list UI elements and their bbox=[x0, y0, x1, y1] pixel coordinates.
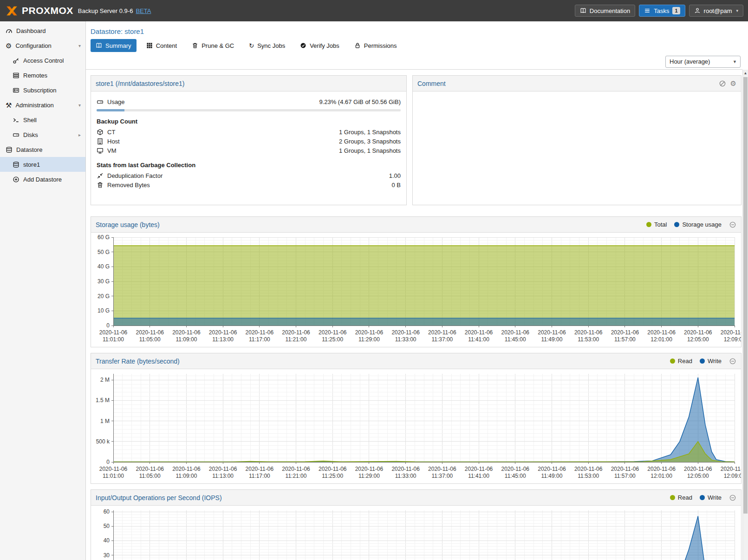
svg-text:2020-11-06: 2020-11-06 bbox=[319, 466, 347, 472]
svg-text:11:37:00: 11:37:00 bbox=[431, 336, 453, 343]
datastore-summary-panel: store1 (/mnt/datastores/store1) Usage 9.… bbox=[91, 75, 407, 205]
iops-chart: 01020304050602020-11-0611:01:002020-11-0… bbox=[91, 506, 741, 560]
compress-icon bbox=[97, 172, 104, 179]
scrollbar-thumb[interactable] bbox=[743, 77, 748, 514]
sidebar-item-shell[interactable]: Shell bbox=[0, 112, 85, 127]
vertical-scrollbar[interactable]: ▲ bbox=[742, 70, 748, 560]
svg-text:11:57:00: 11:57:00 bbox=[614, 336, 636, 343]
svg-text:50: 50 bbox=[104, 523, 110, 529]
svg-text:11:33:00: 11:33:00 bbox=[395, 336, 416, 343]
caret-down-icon: ▾ bbox=[736, 8, 738, 13]
scroll-up-arrow-icon[interactable]: ▲ bbox=[743, 70, 748, 76]
svg-text:11:41:00: 11:41:00 bbox=[468, 336, 489, 343]
grid-icon bbox=[146, 42, 153, 49]
svg-text:50 G: 50 G bbox=[98, 249, 110, 255]
page-title: Datastore: store1 bbox=[91, 27, 144, 35]
legend-dot bbox=[700, 358, 705, 364]
timeframe-select[interactable]: Hour (average) ▼ bbox=[665, 56, 741, 68]
caret-down-icon[interactable]: ▾ bbox=[78, 43, 83, 48]
svg-text:2020-11-06: 2020-11-06 bbox=[136, 466, 164, 472]
svg-text:12:05:00: 12:05:00 bbox=[687, 336, 709, 343]
svg-text:2020-11-06: 2020-11-06 bbox=[501, 329, 530, 336]
sidebar-item-administration[interactable]: ⚒ Administration ▾ bbox=[0, 98, 85, 112]
svg-text:2 M: 2 M bbox=[100, 377, 110, 383]
documentation-button[interactable]: Documentation bbox=[575, 5, 635, 17]
svg-text:10 G: 10 G bbox=[98, 307, 110, 314]
svg-text:2020-11-06: 2020-11-06 bbox=[465, 329, 493, 336]
key-icon bbox=[13, 57, 20, 64]
svg-text:11:53:00: 11:53:00 bbox=[578, 473, 599, 479]
svg-text:2020-11-06: 2020-11-06 bbox=[136, 329, 164, 336]
sidebar-item-store1[interactable]: store1 bbox=[0, 157, 85, 172]
caret-right-icon[interactable]: ▸ bbox=[78, 132, 83, 137]
svg-text:2020-11-06: 2020-11-06 bbox=[99, 466, 128, 472]
legend-read: Read bbox=[670, 358, 692, 365]
tab-permissions[interactable]: Permissions bbox=[349, 39, 402, 52]
transfer-rate-chart: 0500 k1 M1.5 M2 M2020-11-0611:01:002020-… bbox=[91, 369, 741, 483]
svg-text:11:49:00: 11:49:00 bbox=[541, 473, 563, 479]
tasks-button[interactable]: Tasks 1 bbox=[639, 5, 685, 17]
ct-row: CT 1 Groups, 1 Snapshots bbox=[97, 128, 401, 137]
panel-title: Input/Output Operations per Second (IOPS… bbox=[96, 494, 222, 501]
iops-panel: Input/Output Operations per Second (IOPS… bbox=[91, 489, 741, 560]
panels-area: store1 (/mnt/datastores/store1) Usage 9.… bbox=[86, 70, 742, 560]
sync-icon: ↻ bbox=[249, 43, 254, 49]
sidebar-item-dashboard[interactable]: Dashboard bbox=[0, 23, 85, 38]
brand-text: PROXMOX bbox=[22, 5, 73, 16]
user-icon bbox=[694, 7, 701, 14]
svg-text:2020-11-06: 2020-11-06 bbox=[428, 329, 456, 336]
svg-text:2020-11-06: 2020-11-06 bbox=[355, 329, 384, 336]
gc-stats-heading: Stats from last Garbage Collection bbox=[97, 162, 401, 169]
svg-text:11:13:00: 11:13:00 bbox=[212, 336, 234, 343]
cube-icon bbox=[97, 129, 104, 136]
user-menu-button[interactable]: root@pam ▾ bbox=[689, 5, 743, 17]
sidebar-item-access-control[interactable]: Access Control bbox=[0, 53, 85, 68]
backup-count-heading: Backup Count bbox=[97, 118, 401, 125]
tab-summary[interactable]: Summary bbox=[91, 39, 137, 52]
svg-text:2020-11-06: 2020-11-06 bbox=[172, 329, 201, 336]
tab-content[interactable]: Content bbox=[141, 39, 182, 52]
legend-dot bbox=[670, 495, 675, 500]
database-icon bbox=[13, 161, 20, 168]
sidebar-item-disks[interactable]: Disks ▸ bbox=[0, 127, 85, 142]
beta-link[interactable]: BETA bbox=[136, 7, 151, 14]
svg-text:11:37:00: 11:37:00 bbox=[431, 473, 453, 479]
svg-text:2020-11-06: 2020-11-06 bbox=[574, 466, 603, 472]
sidebar: Dashboard ⚙ Configuration ▾ Access Contr… bbox=[0, 21, 86, 560]
circle-slash-icon[interactable] bbox=[719, 80, 726, 87]
sidebar-item-configuration[interactable]: ⚙ Configuration ▾ bbox=[0, 38, 85, 53]
legend-dot bbox=[670, 358, 675, 364]
svg-text:11:29:00: 11:29:00 bbox=[358, 473, 380, 479]
svg-text:11:45:00: 11:45:00 bbox=[505, 473, 526, 479]
sidebar-item-remotes[interactable]: Remotes bbox=[0, 68, 85, 83]
storage-usage-panel: Storage usage (bytes) Total Storage usag… bbox=[91, 216, 741, 347]
sidebar-item-subscription[interactable]: Subscription bbox=[0, 83, 85, 98]
svg-text:11:53:00: 11:53:00 bbox=[578, 336, 599, 343]
gear-icon[interactable]: ⚙ bbox=[730, 80, 736, 87]
book-icon bbox=[96, 42, 102, 49]
tab-verify-jobs[interactable]: Verify Jobs bbox=[295, 39, 345, 52]
legend-dot bbox=[674, 222, 679, 227]
tab-prune-gc[interactable]: Prune & GC bbox=[187, 39, 239, 52]
svg-text:2020-11-06: 2020-11-06 bbox=[721, 329, 741, 336]
svg-text:2020-11-06: 2020-11-06 bbox=[684, 329, 712, 336]
building-icon bbox=[97, 138, 104, 145]
sidebar-item-add-datastore[interactable]: Add Datastore bbox=[0, 172, 85, 187]
gear-icon: ⚙ bbox=[6, 42, 12, 49]
tab-sync-jobs[interactable]: ↻ Sync Jobs bbox=[244, 39, 290, 52]
sidebar-item-datastore[interactable]: Datastore bbox=[0, 142, 85, 157]
caret-down-icon[interactable]: ▾ bbox=[78, 103, 83, 108]
transfer-rate-panel: Transfer Rate (bytes/second) Read Write … bbox=[91, 353, 741, 484]
legend-write: Write bbox=[700, 358, 722, 365]
host-row: Host 2 Groups, 3 Snapshots bbox=[97, 137, 401, 146]
hdd-icon bbox=[13, 131, 20, 138]
svg-text:30 G: 30 G bbox=[98, 278, 110, 285]
content-area: Datastore: store1 Summary Content Prune … bbox=[86, 21, 742, 560]
summary-toolbar: Hour (average) ▼ bbox=[86, 54, 742, 70]
collapse-icon[interactable] bbox=[729, 221, 736, 228]
svg-text:500 k: 500 k bbox=[96, 438, 110, 445]
collapse-icon[interactable] bbox=[729, 358, 736, 365]
legend-dot bbox=[700, 495, 705, 500]
svg-text:11:01:00: 11:01:00 bbox=[103, 336, 124, 343]
collapse-icon[interactable] bbox=[729, 494, 736, 501]
